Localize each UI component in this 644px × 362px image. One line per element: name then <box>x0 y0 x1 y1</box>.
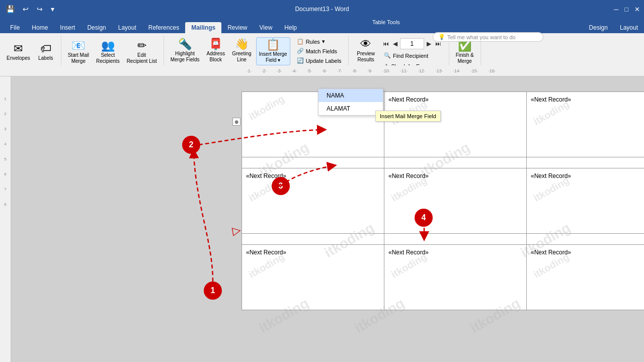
envelopes-button[interactable]: ✉ Envelopes <box>4 42 33 63</box>
rules-dropdown-icon: ▾ <box>322 38 325 45</box>
tab-home[interactable]: Home <box>26 22 54 33</box>
next-record-btn[interactable]: ▶ <box>425 40 433 48</box>
address-block-button[interactable]: 📮 AddressBlock <box>204 37 227 64</box>
start-mail-merge-icon: 📧 <box>71 40 85 51</box>
undo-icon[interactable]: ↩ <box>21 4 31 14</box>
write-insert-buttons: 🔦 HighlightMerge Fields 📮 AddressBlock 👋… <box>168 37 344 67</box>
step-4-circle: 4 <box>415 209 433 227</box>
save-icon[interactable]: 💾 <box>4 4 17 14</box>
match-fields-icon: 🔗 <box>297 48 304 54</box>
write-insert-small-buttons: 📋 Rules ▾ 🔗 Match Fields 🔄 Update Labels <box>294 37 344 65</box>
start-mail-merge-buttons: 📧 Start MailMerge 👥 SelectRecipients ✏ E… <box>65 37 159 67</box>
match-fields-label: Match Fields <box>306 48 337 54</box>
lightbulb-icon: 💡 <box>438 34 445 40</box>
tell-me-text: Tell me what you want to do <box>447 34 516 40</box>
tell-me-bar[interactable]: 💡 Tell me what you want to do <box>433 32 543 42</box>
find-recipient-label: Find Recipient <box>393 53 428 59</box>
address-block-label: AddressBlock <box>206 51 225 63</box>
next-record-field: «Next Record» <box>388 249 429 256</box>
titlebar: 💾 ↩ ↪ ▾ Document13 - Word ─ □ ✕ <box>0 0 644 18</box>
next-record-field: «Next Record» <box>388 172 429 179</box>
tab-review[interactable]: Review <box>221 22 253 33</box>
ribbon-tabs: File Home Insert Design Layout Reference… <box>0 18 644 33</box>
table-cell: «Next Record» itkoding <box>527 168 645 234</box>
tab-layout2[interactable]: Layout <box>614 22 644 33</box>
table-cell-empty <box>527 234 645 245</box>
find-recipient-icon: 🔍 <box>384 52 391 59</box>
tab-layout[interactable]: Layout <box>112 22 142 33</box>
redo-icon[interactable]: ↪ <box>35 4 45 14</box>
next-record-field: «Next Record» <box>531 96 571 103</box>
step-1-circle: 1 <box>204 282 222 300</box>
next-record-field: «Next Record» <box>531 249 571 256</box>
table-row <box>242 157 645 168</box>
greeting-icon: 👋 <box>235 39 249 50</box>
table-tools-label: Table Tools <box>367 18 405 26</box>
customize-icon[interactable]: ▾ <box>49 4 56 14</box>
ruler-marks: ·1· ·2· ·3· ·4· ·5· ·6· ·7· ·8· ·9· ·10·… <box>247 68 506 73</box>
finish-buttons: ✅ Finish &Merge <box>453 37 476 67</box>
tab-view[interactable]: View <box>254 22 279 33</box>
tab-references[interactable]: References <box>142 22 185 33</box>
highlight-merge-fields-button[interactable]: 🔦 HighlightMerge Fields <box>168 37 202 64</box>
rules-label: Rules <box>306 39 320 45</box>
next-record-field: «Next Record» <box>531 172 571 179</box>
insert-merge-field-button[interactable]: 📋 Insert MergeField ▾ <box>256 37 290 65</box>
table-row <box>242 234 645 245</box>
close-btn[interactable]: ✕ <box>634 6 640 13</box>
dropdown-item-alamat[interactable]: ALAMAT <box>318 102 383 115</box>
prev-record-btn[interactable]: ◀ <box>391 40 399 48</box>
edit-recipient-list-button[interactable]: ✏ EditRecipient List <box>124 39 159 66</box>
table-cell: «Next Record» itkoding <box>527 92 645 157</box>
highlight-label: HighlightMerge Fields <box>171 51 200 63</box>
tab-file[interactable]: File <box>4 22 26 33</box>
step-2-circle: 2 <box>182 136 200 154</box>
minimize-btn[interactable]: ─ <box>614 6 618 13</box>
edit-recipient-list-icon: ✏ <box>137 40 146 51</box>
find-recipient-button[interactable]: 🔍 Find Recipient <box>381 51 443 60</box>
first-record-btn[interactable]: ⏮ <box>381 40 390 48</box>
preview-results-button[interactable]: 👁 PreviewResults <box>354 37 377 64</box>
ruler: ·1· ·2· ·3· ·4· ·5· ·6· ·7· ·8· ·9· ·10·… <box>0 65 644 76</box>
finish-merge-icon: ✅ <box>458 40 471 51</box>
tab-design[interactable]: Design <box>81 22 112 33</box>
watermark: itkoding <box>247 93 286 123</box>
address-block-icon: 📮 <box>209 39 222 50</box>
finish-merge-button[interactable]: ✅ Finish &Merge <box>453 39 476 66</box>
side-ruler: 12345678 <box>0 76 11 362</box>
tab-mailings[interactable]: Mailings <box>185 22 221 33</box>
document-page-container: itkoding itkoding itkoding itkoding itko… <box>13 76 644 362</box>
update-labels-icon: 🔄 <box>297 57 304 64</box>
greeting-line-button[interactable]: 👋 GreetingLine <box>229 37 254 64</box>
table-cell: «Next Record» itkoding <box>384 92 527 157</box>
labels-button[interactable]: 🏷 Labels <box>35 42 57 63</box>
labels-icon: 🏷 <box>40 43 51 54</box>
table-cell-empty <box>384 234 527 245</box>
insert-mail-merge-field-tooltip: Insert Mail Merge Field <box>375 111 441 122</box>
start-mail-merge-button[interactable]: 📧 Start MailMerge <box>65 39 92 66</box>
mail-merge-table: itkoding «Next Record» itkoding «Next Re… <box>242 92 644 310</box>
table-cell: «Next Record» itkoding <box>242 168 384 234</box>
select-recipients-button[interactable]: 👥 SelectRecipients <box>94 39 122 66</box>
table-move-handle[interactable]: ⊕ <box>232 118 240 126</box>
insert-merge-field-icon: 📋 <box>266 39 280 50</box>
start-mail-merge-label: Start MailMerge <box>68 52 89 64</box>
update-labels-button[interactable]: 🔄 Update Labels <box>294 56 344 65</box>
rules-button[interactable]: 📋 Rules ▾ <box>294 37 344 46</box>
tab-help[interactable]: Help <box>278 22 303 33</box>
preview-results-label: PreviewResults <box>357 51 375 63</box>
insert-merge-field-dropdown: NAMA ALAMAT <box>318 88 383 116</box>
table-cell: «Next Record» itkoding <box>527 245 645 310</box>
record-number-input[interactable] <box>400 38 424 49</box>
tab-design2[interactable]: Design <box>583 22 614 33</box>
next-record-field: «Next Record» <box>388 96 429 103</box>
dropdown-item-nama[interactable]: NAMA <box>318 89 383 102</box>
table-cell: «Next Record» itkoding <box>384 245 527 310</box>
table-cell: «Next Record» itkoding <box>242 245 384 310</box>
select-recipients-label: SelectRecipients <box>96 52 120 64</box>
highlight-icon: 🔦 <box>178 39 192 50</box>
next-record-field: «Next Record» <box>246 249 286 256</box>
maximize-btn[interactable]: □ <box>624 6 628 13</box>
tab-insert[interactable]: Insert <box>54 22 81 33</box>
match-fields-button[interactable]: 🔗 Match Fields <box>294 47 344 55</box>
